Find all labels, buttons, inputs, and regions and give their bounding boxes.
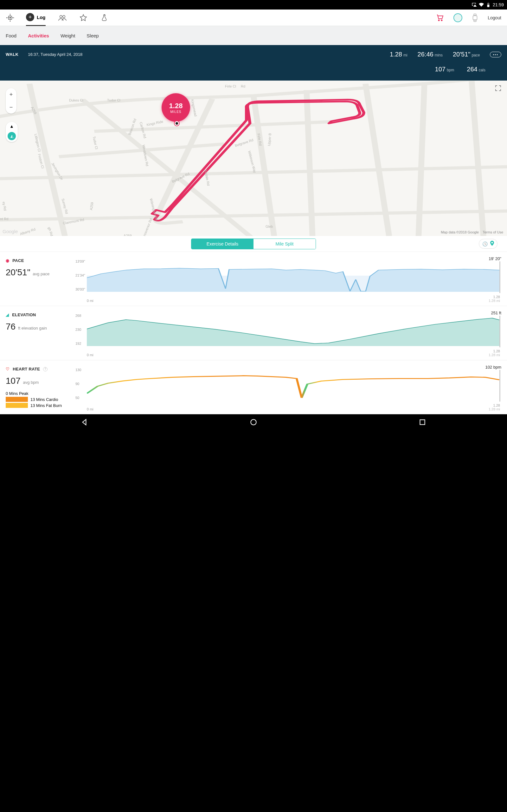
terrain-icon[interactable]: ▲ bbox=[9, 124, 14, 129]
svg-point-11 bbox=[6, 17, 7, 18]
pace-title: PACE bbox=[12, 258, 24, 263]
pace-section: ◉PACE 20'51" avg pace 19' 20" 13'09" 21'… bbox=[0, 252, 507, 306]
hr-zone-peak: 0 Mins Peak bbox=[6, 391, 75, 396]
elevation-icon: ◢ bbox=[6, 312, 9, 317]
tab-weight[interactable]: Weight bbox=[60, 33, 75, 38]
nav-log[interactable]: + Log bbox=[26, 9, 46, 26]
tab-mile-split[interactable]: Mile Split bbox=[253, 239, 316, 249]
street-label: Firle Cl bbox=[225, 84, 236, 88]
street-label: Rd bbox=[241, 84, 245, 88]
friends-icon[interactable] bbox=[58, 14, 66, 22]
fullscreen-icon[interactable] bbox=[495, 85, 501, 91]
svg-point-13 bbox=[60, 15, 62, 17]
status-time: 21:59 bbox=[493, 2, 504, 7]
street-label: Tudor Cl bbox=[107, 98, 120, 102]
terms-link[interactable]: Terms of Use bbox=[483, 230, 503, 234]
stat-cals: 264cals bbox=[467, 66, 486, 73]
route-map[interactable]: Firle Cl Rd Dukes Cl Tudor Cl Kingsmead … bbox=[0, 81, 507, 236]
zoom-in-button[interactable]: + bbox=[6, 88, 16, 101]
svg-point-1 bbox=[9, 15, 11, 16]
plus-icon: + bbox=[26, 13, 34, 21]
svg-point-4 bbox=[11, 17, 13, 18]
avatar[interactable] bbox=[453, 13, 462, 22]
android-status-bar: 21:59 bbox=[0, 0, 507, 9]
star-icon[interactable] bbox=[79, 14, 88, 22]
clock-icon: 🕓 bbox=[482, 241, 488, 247]
svg-point-6 bbox=[11, 16, 12, 17]
elevation-title: ELEVATION bbox=[12, 312, 36, 317]
logout-link[interactable]: Logout bbox=[488, 15, 501, 20]
help-icon[interactable]: ? bbox=[43, 367, 48, 371]
svg-rect-20 bbox=[474, 14, 476, 15]
svg-point-12 bbox=[13, 17, 14, 18]
tab-exercise-details[interactable]: Exercise Details bbox=[191, 239, 253, 249]
hr-title: HEART RATE bbox=[13, 367, 40, 371]
fitbit-logo-icon[interactable] bbox=[6, 13, 14, 22]
distance-bubble: 1.28 MILES bbox=[162, 93, 190, 122]
street-label: A259 bbox=[124, 234, 132, 236]
svg-point-14 bbox=[62, 15, 65, 17]
pace-sub: avg pace bbox=[33, 271, 49, 276]
elevation-chart: 251 ft 268 230 192 0 mi 1.281.28 mi bbox=[75, 312, 503, 357]
map-zoom: + − bbox=[6, 88, 16, 113]
map-layers: ▲ ◭ bbox=[6, 122, 18, 142]
top-nav: + Log Logout bbox=[0, 9, 507, 26]
back-button[interactable] bbox=[80, 418, 89, 426]
street-label: Dukes Cl bbox=[69, 98, 83, 102]
map-attribution: Map data ©2018 GoogleTerms of Use bbox=[441, 230, 503, 234]
svg-point-10 bbox=[10, 20, 10, 21]
svg-point-0 bbox=[9, 17, 11, 18]
svg-point-2 bbox=[9, 19, 11, 20]
google-brand: Google bbox=[3, 229, 18, 234]
elevation-value: 76 bbox=[6, 322, 15, 332]
tab-food[interactable]: Food bbox=[6, 33, 16, 38]
nav-log-label: Log bbox=[37, 14, 46, 20]
tab-sleep[interactable]: Sleep bbox=[87, 33, 99, 38]
svg-point-16 bbox=[105, 15, 105, 15]
street-label: Gleb bbox=[266, 224, 273, 229]
heart-rate-section: ♡HEART RATE? 107 avg bpm 0 Mins Peak 13 … bbox=[0, 360, 507, 414]
tab-activities[interactable]: Activities bbox=[28, 33, 49, 38]
elevation-section: ◢ELEVATION 76 ft elevation gain 251 ft 2… bbox=[0, 306, 507, 360]
map-pin-icon bbox=[490, 241, 494, 247]
svg-point-18 bbox=[441, 20, 442, 20]
svg-point-17 bbox=[439, 20, 440, 20]
cast-icon bbox=[472, 2, 477, 7]
flask-icon[interactable] bbox=[100, 14, 108, 22]
svg-point-9 bbox=[10, 14, 10, 14]
pace-value: 20'51" bbox=[6, 267, 31, 277]
stat-duration: 26:46mins bbox=[418, 51, 443, 58]
hr-zone-cardio: 13 Mins Cardio bbox=[6, 397, 75, 402]
activity-type: WALK bbox=[6, 52, 18, 57]
svg-point-5 bbox=[8, 16, 9, 17]
battery-icon bbox=[486, 2, 491, 7]
svg-rect-19 bbox=[473, 15, 477, 20]
activity-datetime: 16:37, Tuesday April 24, 2018 bbox=[28, 52, 82, 57]
watch-icon[interactable] bbox=[472, 14, 479, 22]
pace-pin-icon: ◉ bbox=[6, 258, 9, 263]
stat-distance: 1.28mi bbox=[390, 51, 407, 58]
sub-tabs: Food Activities Weight Sleep bbox=[0, 26, 507, 45]
hr-value: 107 bbox=[6, 376, 20, 386]
svg-point-23 bbox=[250, 419, 256, 425]
recent-button[interactable] bbox=[418, 418, 427, 426]
android-nav-bar bbox=[0, 414, 507, 430]
route-endpoint-marker bbox=[175, 121, 179, 125]
locate-icon[interactable]: ◭ bbox=[8, 132, 16, 140]
svg-point-7 bbox=[8, 19, 9, 20]
svg-rect-24 bbox=[420, 420, 425, 424]
wifi-icon bbox=[479, 2, 484, 7]
pace-chart: 19' 20" 13'09" 21'34" 30'00" 0 mi 1.281.… bbox=[75, 258, 503, 303]
heart-icon: ♡ bbox=[6, 367, 9, 371]
view-toggle[interactable]: 🕓 bbox=[479, 239, 498, 249]
home-button[interactable] bbox=[249, 418, 258, 426]
hr-chart: 102 bpm 130 90 50 0 mi 1.281.28 mi bbox=[75, 367, 503, 411]
cart-icon[interactable] bbox=[436, 14, 444, 22]
more-button[interactable]: ••• bbox=[490, 52, 501, 57]
zoom-out-button[interactable]: − bbox=[6, 101, 16, 113]
street-label: nt Rd bbox=[0, 217, 8, 221]
svg-point-8 bbox=[11, 19, 12, 20]
hr-zone-fatburn: 13 Mins Fat Burn bbox=[6, 403, 75, 408]
stat-pace: 20'51"pace bbox=[453, 51, 480, 58]
detail-tabs: Exercise Details Mile Split 🕓 bbox=[0, 236, 507, 252]
